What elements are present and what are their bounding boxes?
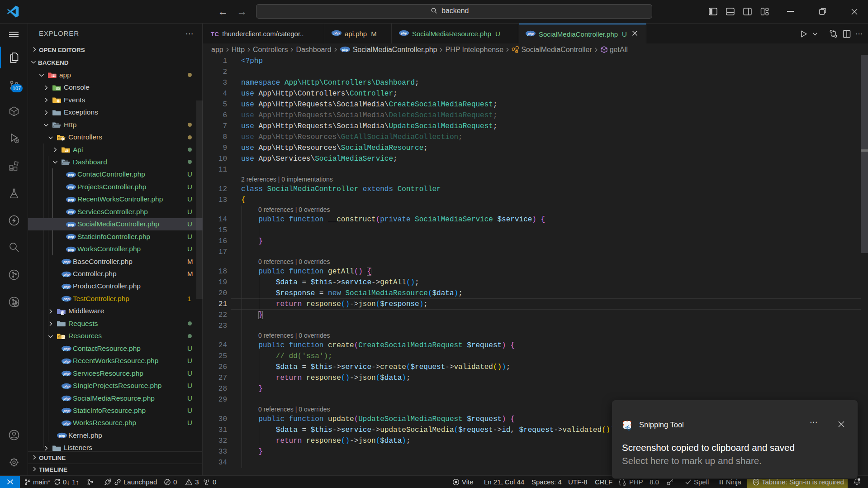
svg-text:php: php (58, 434, 65, 438)
svg-text:php: php (63, 260, 70, 264)
svg-text:php: php (67, 222, 74, 226)
svg-text:php: php (527, 31, 534, 35)
svg-text:php: php (63, 297, 70, 301)
svg-text:php: php (67, 210, 74, 214)
svg-text:php: php (333, 31, 340, 35)
svg-text:php: php (400, 31, 407, 35)
svg-text:php: php (67, 198, 74, 202)
svg-text:php: php (63, 409, 70, 413)
svg-text:php: php (63, 397, 70, 401)
svg-text:php: php (63, 285, 70, 289)
svg-text:php: php (63, 384, 70, 388)
svg-text:php: php (63, 272, 70, 276)
svg-text:php: php (63, 359, 70, 363)
svg-text:php: php (67, 185, 74, 189)
svg-text:php: php (342, 48, 348, 52)
svg-text:php: php (67, 247, 74, 251)
svg-text:php: php (63, 372, 70, 376)
svg-text:php: php (63, 421, 70, 426)
svg-text:php: php (63, 347, 70, 351)
svg-text:php: php (67, 173, 74, 177)
svg-text:php: php (67, 235, 74, 239)
